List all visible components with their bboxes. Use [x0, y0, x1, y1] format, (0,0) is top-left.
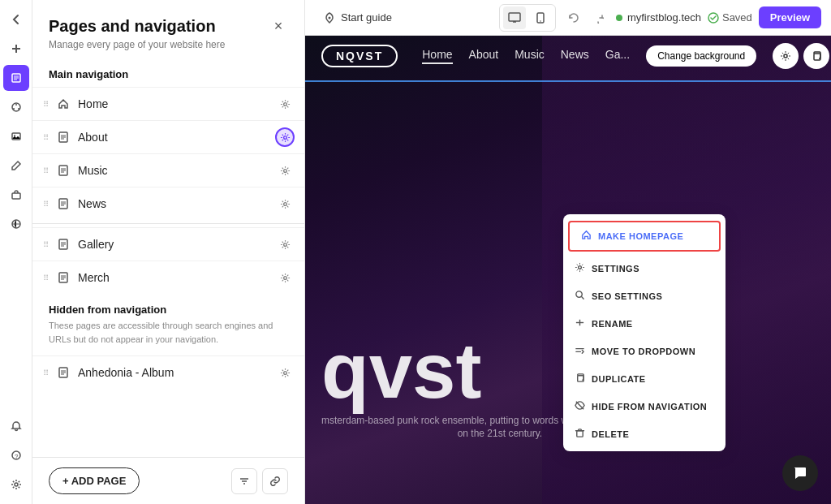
preview-nav-home[interactable]: Home [422, 48, 452, 64]
hidden-nav-section: Hidden from navigation These pages are a… [32, 294, 304, 355]
website-preview: NQVST Home About Music News Ga... Change… [305, 36, 831, 504]
sidebar-add-icon[interactable] [3, 36, 29, 62]
preview-nav-more[interactable]: Ga... [605, 48, 630, 64]
nav-item-home-label: Home [78, 97, 275, 110]
start-guide-label: Start guide [341, 11, 392, 24]
nav-item-news[interactable]: ⠿ News [32, 187, 304, 220]
svg-point-16 [15, 483, 18, 486]
duplicate-menu-icon [575, 373, 585, 386]
sidebar-pages-icon[interactable] [3, 65, 29, 91]
context-menu-duplicate[interactable]: DUPLICATE [563, 365, 726, 393]
svg-point-63 [579, 266, 582, 269]
seo-menu-icon [575, 290, 585, 303]
context-menu-rename[interactable]: RENAME [563, 310, 726, 338]
drag-handle-home[interactable]: ⠿ [39, 97, 52, 110]
drag-handle-merch[interactable]: ⠿ [39, 271, 52, 284]
preview-button[interactable]: Preview [759, 6, 821, 28]
nav-item-music[interactable]: ⠿ Music [32, 153, 304, 187]
sidebar-edit-icon[interactable] [3, 153, 29, 179]
filter-icon-button[interactable] [231, 468, 257, 494]
sidebar-help-icon[interactable]: ? [3, 442, 29, 468]
rename-menu-icon [575, 317, 585, 330]
preview-nav-links: Home About Music News Ga... [422, 48, 630, 64]
preview-logo: NQVST [321, 45, 398, 67]
start-guide-button[interactable]: Start guide [315, 6, 400, 29]
hidden-nav-title: Hidden from navigation [49, 304, 288, 316]
nav-item-home-settings[interactable] [275, 94, 295, 114]
nav-item-music-settings[interactable] [275, 161, 295, 180]
link-icon-button[interactable] [262, 468, 288, 494]
nav-item-merch-settings[interactable] [275, 268, 295, 287]
seo-label: SEO SETTINGS [592, 291, 662, 301]
hide-menu-icon [575, 400, 585, 413]
context-menu-make-homepage[interactable]: MAKE HOMEPAGE [570, 222, 719, 250]
move-dropdown-label: MOVE TO DROPDOWN [592, 347, 695, 356]
context-menu-delete[interactable]: DELETE [563, 420, 726, 448]
hidden-nav-desc: These pages are accessible through searc… [49, 319, 288, 346]
svg-point-7 [15, 104, 17, 106]
svg-line-65 [582, 297, 583, 299]
nav-item-gallery[interactable]: ⠿ Gallery [32, 227, 304, 261]
drag-handle-news[interactable]: ⠿ [39, 197, 52, 210]
rocket-icon [323, 11, 336, 24]
drag-handle-about[interactable]: ⠿ [39, 131, 52, 144]
device-switcher [499, 4, 556, 32]
nav-item-news-settings[interactable] [275, 194, 295, 213]
drag-handle-anhedonia[interactable]: ⠿ [39, 366, 52, 379]
delete-menu-icon [575, 428, 585, 441]
saved-badge: Saved [708, 11, 752, 24]
nav-item-home[interactable]: ⠿ Home [32, 87, 304, 120]
move-menu-icon [575, 345, 585, 358]
preview-nav-news[interactable]: News [561, 48, 589, 64]
redo-button[interactable] [587, 6, 609, 29]
toolbar-copy-icon[interactable] [803, 43, 829, 69]
music-page-icon [55, 162, 71, 179]
nav-item-about[interactable]: ⠿ About [32, 120, 304, 153]
panel-header: Pages and navigation Manage every page o… [32, 0, 304, 58]
delete-label: DELETE [592, 429, 629, 439]
context-menu-move-dropdown[interactable]: MOVE TO DROPDOWN [563, 338, 726, 365]
preview-nav-about[interactable]: About [469, 48, 499, 64]
context-menu-hide[interactable]: HIDE FROM NAVIGATION [563, 393, 726, 420]
context-menu-settings[interactable]: SETTINGS [563, 255, 726, 282]
change-background-button[interactable]: Change background [646, 45, 756, 67]
sidebar-settings-icon[interactable] [3, 472, 29, 498]
drag-handle-music[interactable]: ⠿ [39, 164, 52, 177]
nav-item-about-settings[interactable] [275, 127, 295, 147]
chat-bubble-button[interactable] [782, 455, 818, 491]
sidebar-back-icon[interactable] [3, 6, 29, 32]
add-page-button[interactable]: + ADD PAGE [49, 467, 140, 494]
nav-item-merch[interactable]: ⠿ Merch [32, 261, 304, 294]
sidebar-design-icon[interactable] [3, 94, 29, 120]
svg-rect-12 [12, 193, 20, 199]
nav-item-anhedonia-settings[interactable] [275, 363, 295, 382]
saved-text: Saved [722, 11, 752, 24]
preview-nav-music[interactable]: Music [515, 48, 545, 64]
svg-rect-68 [578, 376, 583, 381]
svg-point-37 [283, 243, 286, 246]
nav-item-gallery-settings[interactable] [275, 235, 295, 254]
rename-label: RENAME [592, 319, 633, 329]
toolbar-settings-icon[interactable] [773, 43, 799, 69]
nav-item-anhedonia[interactable]: ⠿ Anhedonia - Album [32, 355, 304, 389]
svg-point-27 [283, 169, 286, 172]
undo-redo-controls [562, 6, 609, 29]
sidebar-media-icon[interactable] [3, 123, 29, 149]
blue-selection-line [305, 80, 831, 82]
context-menu-seo[interactable]: SEO SETTINGS [563, 282, 726, 310]
context-menu: MAKE HOMEPAGE SETTINGS SEO SETTINGS RE [563, 214, 726, 451]
sidebar-shop-icon[interactable] [3, 182, 29, 208]
panel-close-button[interactable]: × [269, 16, 288, 36]
panel-footer: + ADD PAGE [32, 457, 304, 504]
sidebar-translate-icon[interactable] [3, 211, 29, 237]
sidebar-notifications-icon[interactable] [3, 413, 29, 439]
home-page-icon [55, 96, 71, 112]
online-indicator [616, 15, 622, 21]
gallery-page-icon [55, 236, 71, 252]
mobile-icon[interactable] [529, 6, 552, 29]
drag-handle-gallery[interactable]: ⠿ [39, 238, 52, 251]
news-page-icon [55, 196, 71, 212]
undo-button[interactable] [562, 6, 585, 29]
desktop-icon[interactable] [503, 6, 526, 29]
settings-menu-icon [575, 262, 585, 275]
